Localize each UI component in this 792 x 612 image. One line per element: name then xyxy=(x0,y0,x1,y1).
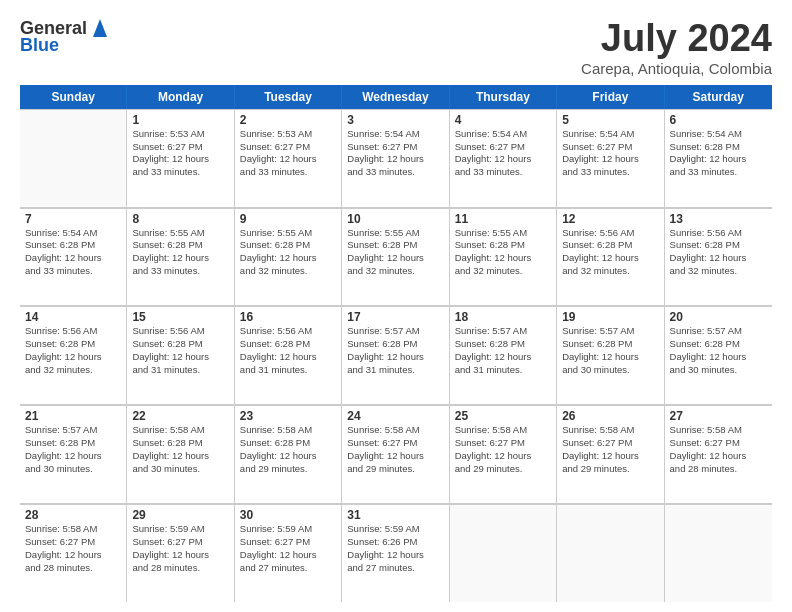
calendar-cell: 23Sunrise: 5:58 AM Sunset: 6:28 PM Dayli… xyxy=(235,405,342,503)
calendar-cell: 27Sunrise: 5:58 AM Sunset: 6:27 PM Dayli… xyxy=(665,405,772,503)
day-info: Sunrise: 5:55 AM Sunset: 6:28 PM Dayligh… xyxy=(240,227,337,278)
day-number: 23 xyxy=(240,409,337,423)
calendar-cell xyxy=(665,504,772,602)
calendar-header: SundayMondayTuesdayWednesdayThursdayFrid… xyxy=(20,85,772,109)
calendar-cell: 5Sunrise: 5:54 AM Sunset: 6:27 PM Daylig… xyxy=(557,109,664,207)
day-number: 4 xyxy=(455,113,552,127)
day-info: Sunrise: 5:54 AM Sunset: 6:27 PM Dayligh… xyxy=(455,128,552,179)
day-info: Sunrise: 5:54 AM Sunset: 6:28 PM Dayligh… xyxy=(670,128,768,179)
day-info: Sunrise: 5:56 AM Sunset: 6:28 PM Dayligh… xyxy=(132,325,229,376)
calendar-row-1: 7Sunrise: 5:54 AM Sunset: 6:28 PM Daylig… xyxy=(20,208,772,307)
calendar-cell: 25Sunrise: 5:58 AM Sunset: 6:27 PM Dayli… xyxy=(450,405,557,503)
day-info: Sunrise: 5:57 AM Sunset: 6:28 PM Dayligh… xyxy=(25,424,122,475)
calendar-cell: 7Sunrise: 5:54 AM Sunset: 6:28 PM Daylig… xyxy=(20,208,127,306)
month-title: July 2024 xyxy=(581,18,772,60)
day-info: Sunrise: 5:57 AM Sunset: 6:28 PM Dayligh… xyxy=(670,325,768,376)
header: General Blue July 2024 Carepa, Antioquia… xyxy=(20,18,772,77)
calendar-cell: 3Sunrise: 5:54 AM Sunset: 6:27 PM Daylig… xyxy=(342,109,449,207)
day-info: Sunrise: 5:57 AM Sunset: 6:28 PM Dayligh… xyxy=(347,325,444,376)
calendar-cell: 24Sunrise: 5:58 AM Sunset: 6:27 PM Dayli… xyxy=(342,405,449,503)
calendar-cell xyxy=(450,504,557,602)
day-number: 17 xyxy=(347,310,444,324)
day-number: 8 xyxy=(132,212,229,226)
calendar-cell: 13Sunrise: 5:56 AM Sunset: 6:28 PM Dayli… xyxy=(665,208,772,306)
day-number: 12 xyxy=(562,212,659,226)
day-info: Sunrise: 5:58 AM Sunset: 6:27 PM Dayligh… xyxy=(25,523,122,574)
logo-icon xyxy=(89,19,111,37)
calendar-cell: 11Sunrise: 5:55 AM Sunset: 6:28 PM Dayli… xyxy=(450,208,557,306)
day-number: 3 xyxy=(347,113,444,127)
calendar-cell: 8Sunrise: 5:55 AM Sunset: 6:28 PM Daylig… xyxy=(127,208,234,306)
day-number: 26 xyxy=(562,409,659,423)
calendar-cell: 20Sunrise: 5:57 AM Sunset: 6:28 PM Dayli… xyxy=(665,306,772,404)
day-number: 9 xyxy=(240,212,337,226)
calendar-cell: 15Sunrise: 5:56 AM Sunset: 6:28 PM Dayli… xyxy=(127,306,234,404)
day-info: Sunrise: 5:55 AM Sunset: 6:28 PM Dayligh… xyxy=(132,227,229,278)
day-number: 29 xyxy=(132,508,229,522)
day-number: 31 xyxy=(347,508,444,522)
day-info: Sunrise: 5:56 AM Sunset: 6:28 PM Dayligh… xyxy=(670,227,768,278)
calendar-cell: 31Sunrise: 5:59 AM Sunset: 6:26 PM Dayli… xyxy=(342,504,449,602)
day-number: 10 xyxy=(347,212,444,226)
day-number: 6 xyxy=(670,113,768,127)
calendar-cell: 6Sunrise: 5:54 AM Sunset: 6:28 PM Daylig… xyxy=(665,109,772,207)
calendar-cell: 29Sunrise: 5:59 AM Sunset: 6:27 PM Dayli… xyxy=(127,504,234,602)
day-number: 18 xyxy=(455,310,552,324)
day-info: Sunrise: 5:58 AM Sunset: 6:27 PM Dayligh… xyxy=(562,424,659,475)
header-monday: Monday xyxy=(127,85,234,109)
day-number: 30 xyxy=(240,508,337,522)
calendar-cell: 4Sunrise: 5:54 AM Sunset: 6:27 PM Daylig… xyxy=(450,109,557,207)
header-wednesday: Wednesday xyxy=(342,85,449,109)
day-number: 15 xyxy=(132,310,229,324)
day-number: 27 xyxy=(670,409,768,423)
day-info: Sunrise: 5:58 AM Sunset: 6:28 PM Dayligh… xyxy=(132,424,229,475)
location-title: Carepa, Antioquia, Colombia xyxy=(581,60,772,77)
day-number: 22 xyxy=(132,409,229,423)
calendar-cell: 12Sunrise: 5:56 AM Sunset: 6:28 PM Dayli… xyxy=(557,208,664,306)
day-number: 28 xyxy=(25,508,122,522)
calendar-cell: 14Sunrise: 5:56 AM Sunset: 6:28 PM Dayli… xyxy=(20,306,127,404)
day-info: Sunrise: 5:54 AM Sunset: 6:27 PM Dayligh… xyxy=(562,128,659,179)
day-number: 5 xyxy=(562,113,659,127)
day-number: 20 xyxy=(670,310,768,324)
day-info: Sunrise: 5:54 AM Sunset: 6:28 PM Dayligh… xyxy=(25,227,122,278)
day-info: Sunrise: 5:58 AM Sunset: 6:28 PM Dayligh… xyxy=(240,424,337,475)
day-info: Sunrise: 5:56 AM Sunset: 6:28 PM Dayligh… xyxy=(240,325,337,376)
day-info: Sunrise: 5:58 AM Sunset: 6:27 PM Dayligh… xyxy=(347,424,444,475)
calendar-cell: 2Sunrise: 5:53 AM Sunset: 6:27 PM Daylig… xyxy=(235,109,342,207)
calendar: SundayMondayTuesdayWednesdayThursdayFrid… xyxy=(20,85,772,602)
calendar-cell: 19Sunrise: 5:57 AM Sunset: 6:28 PM Dayli… xyxy=(557,306,664,404)
calendar-cell: 22Sunrise: 5:58 AM Sunset: 6:28 PM Dayli… xyxy=(127,405,234,503)
calendar-cell: 9Sunrise: 5:55 AM Sunset: 6:28 PM Daylig… xyxy=(235,208,342,306)
day-number: 14 xyxy=(25,310,122,324)
day-number: 16 xyxy=(240,310,337,324)
day-info: Sunrise: 5:55 AM Sunset: 6:28 PM Dayligh… xyxy=(455,227,552,278)
svg-marker-0 xyxy=(93,19,107,37)
calendar-row-0: 1Sunrise: 5:53 AM Sunset: 6:27 PM Daylig… xyxy=(20,109,772,208)
day-info: Sunrise: 5:53 AM Sunset: 6:27 PM Dayligh… xyxy=(132,128,229,179)
day-number: 19 xyxy=(562,310,659,324)
calendar-row-2: 14Sunrise: 5:56 AM Sunset: 6:28 PM Dayli… xyxy=(20,306,772,405)
title-area: July 2024 Carepa, Antioquia, Colombia xyxy=(581,18,772,77)
calendar-cell: 10Sunrise: 5:55 AM Sunset: 6:28 PM Dayli… xyxy=(342,208,449,306)
day-info: Sunrise: 5:59 AM Sunset: 6:27 PM Dayligh… xyxy=(132,523,229,574)
day-info: Sunrise: 5:53 AM Sunset: 6:27 PM Dayligh… xyxy=(240,128,337,179)
calendar-cell: 21Sunrise: 5:57 AM Sunset: 6:28 PM Dayli… xyxy=(20,405,127,503)
calendar-cell: 28Sunrise: 5:58 AM Sunset: 6:27 PM Dayli… xyxy=(20,504,127,602)
day-info: Sunrise: 5:54 AM Sunset: 6:27 PM Dayligh… xyxy=(347,128,444,179)
day-info: Sunrise: 5:59 AM Sunset: 6:26 PM Dayligh… xyxy=(347,523,444,574)
header-thursday: Thursday xyxy=(450,85,557,109)
logo-blue: Blue xyxy=(20,35,59,56)
day-number: 7 xyxy=(25,212,122,226)
calendar-page: General Blue July 2024 Carepa, Antioquia… xyxy=(0,0,792,612)
day-info: Sunrise: 5:59 AM Sunset: 6:27 PM Dayligh… xyxy=(240,523,337,574)
calendar-row-3: 21Sunrise: 5:57 AM Sunset: 6:28 PM Dayli… xyxy=(20,405,772,504)
day-number: 25 xyxy=(455,409,552,423)
day-number: 21 xyxy=(25,409,122,423)
calendar-cell: 30Sunrise: 5:59 AM Sunset: 6:27 PM Dayli… xyxy=(235,504,342,602)
day-info: Sunrise: 5:58 AM Sunset: 6:27 PM Dayligh… xyxy=(455,424,552,475)
day-number: 2 xyxy=(240,113,337,127)
calendar-cell: 17Sunrise: 5:57 AM Sunset: 6:28 PM Dayli… xyxy=(342,306,449,404)
calendar-cell xyxy=(20,109,127,207)
calendar-cell: 26Sunrise: 5:58 AM Sunset: 6:27 PM Dayli… xyxy=(557,405,664,503)
